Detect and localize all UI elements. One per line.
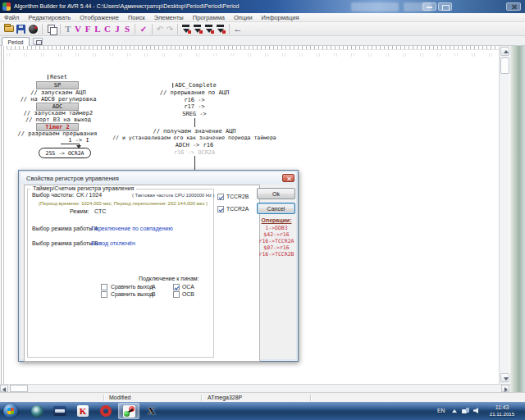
program-chip-button-3[interactable] bbox=[204, 24, 214, 34]
dialog-titlebar[interactable]: Свойства регистров управления bbox=[21, 172, 296, 185]
flow-label-adc-complete[interactable]: ADC_Complete bbox=[172, 82, 217, 89]
compile-button[interactable] bbox=[27, 23, 39, 35]
kaspersky-icon: K bbox=[77, 405, 89, 417]
cancel-button[interactable]: Cancel bbox=[257, 203, 295, 214]
close-button[interactable] bbox=[506, 2, 521, 11]
flow-op-push-r16[interactable]: r16 -> bbox=[184, 97, 204, 103]
taskbar-clock[interactable]: 11:43 21.11.2015 bbox=[482, 404, 522, 418]
insert-jump-button[interactable]: J bbox=[112, 24, 122, 34]
network-tray-icon[interactable] bbox=[462, 408, 469, 413]
copy-icon bbox=[48, 25, 56, 34]
taskbar-item-kaspersky[interactable]: K bbox=[72, 403, 94, 419]
scroll-up-button[interactable] bbox=[500, 47, 509, 56]
vertical-scrollbar[interactable] bbox=[499, 46, 509, 384]
save-button[interactable] bbox=[15, 23, 27, 35]
toolbar-separator bbox=[152, 24, 153, 34]
speaker-tray-icon[interactable] bbox=[473, 408, 478, 413]
mode-a-value[interactable]: Переключение по совпадению bbox=[91, 226, 173, 231]
flow-connector bbox=[194, 118, 195, 127]
taskbar-item-opera[interactable] bbox=[95, 403, 116, 419]
flow-loop-box-ocr2a[interactable]: 255 -> OCR2A bbox=[39, 148, 91, 158]
undo-button[interactable]: ↶ bbox=[155, 25, 165, 34]
insert-setter-button[interactable]: S bbox=[122, 24, 132, 34]
menu-edit[interactable]: Редактировать bbox=[28, 14, 71, 21]
tccr2b-checkbox[interactable] bbox=[217, 194, 224, 200]
menu-elements[interactable]: Элементы bbox=[154, 14, 184, 21]
flow-comment[interactable]: // и устанавливаем его как значение пери… bbox=[112, 135, 276, 141]
mode-value[interactable]: CTC bbox=[94, 208, 106, 214]
operation-item: $07->r16 bbox=[252, 244, 301, 251]
menu-view[interactable]: Отображение bbox=[80, 14, 119, 21]
menu-bar: Файл Редактировать Отображение Поиск Эле… bbox=[0, 13, 525, 22]
verify-button[interactable]: ✓ bbox=[138, 25, 149, 34]
back-arrow-button[interactable]: ← bbox=[232, 24, 244, 34]
insert-label-button[interactable]: L bbox=[93, 24, 103, 34]
taskbar-item-explorer[interactable] bbox=[49, 403, 71, 419]
program-chip-button-4[interactable] bbox=[216, 24, 226, 34]
flow-comment[interactable]: // разрешаем прерывания bbox=[18, 130, 98, 137]
status-separator bbox=[201, 395, 202, 401]
open-file-button[interactable] bbox=[2, 23, 15, 35]
down-arrow-icon bbox=[504, 377, 509, 381]
compare-output-a-checkbox[interactable] bbox=[101, 284, 107, 290]
oca-checkbox[interactable] bbox=[173, 284, 180, 290]
flow-comment[interactable]: // прерывание по АЦП bbox=[160, 89, 229, 96]
flow-comment[interactable]: // запускаем таймер2 bbox=[24, 110, 93, 116]
start-button[interactable] bbox=[3, 404, 18, 418]
compile-icon bbox=[29, 25, 38, 34]
taskbar-item-x-app[interactable]: X bbox=[141, 403, 162, 419]
program-chip-button-2[interactable] bbox=[193, 24, 203, 34]
taskbar-item-browser[interactable] bbox=[26, 403, 48, 419]
vertical-scroll-thumb[interactable] bbox=[500, 57, 509, 74]
menu-file[interactable]: Файл bbox=[4, 14, 19, 21]
right-arrow-icon bbox=[504, 387, 508, 392]
menu-program[interactable]: Программа bbox=[193, 14, 225, 21]
window-title: Algorithm Builder for AVR 5.44 - C:\User… bbox=[14, 0, 239, 13]
tab-period[interactable]: Period bbox=[2, 37, 30, 46]
minimize-button[interactable] bbox=[422, 2, 436, 11]
flow-op-set-i[interactable]: 1 -> I bbox=[68, 137, 89, 144]
horizontal-scroll-thumb[interactable] bbox=[10, 385, 28, 392]
insert-vertex-button[interactable]: V bbox=[73, 24, 83, 34]
frequency-value[interactable]: CK / 1024 bbox=[76, 192, 102, 198]
insert-field-button[interactable]: F bbox=[83, 24, 93, 34]
tab-list-button[interactable] bbox=[33, 38, 43, 45]
program-chip-button-1[interactable] bbox=[181, 24, 191, 34]
flow-op-ocr2a-selected[interactable]: r16 -> OCR2A bbox=[174, 149, 216, 156]
scroll-left-button[interactable] bbox=[0, 385, 8, 392]
insert-condition-button[interactable]: C bbox=[103, 24, 112, 34]
tccr2a-checkbox[interactable] bbox=[217, 206, 224, 212]
red-marker-icon bbox=[199, 30, 203, 34]
flow-comment[interactable]: // порт B3 на выход bbox=[25, 116, 91, 123]
flow-box-sp[interactable]: SP bbox=[36, 81, 79, 89]
mode-label: Режим: bbox=[70, 208, 89, 214]
flow-op-push-r17[interactable]: r17 -> bbox=[184, 103, 204, 110]
horizontal-scrollbar[interactable] bbox=[0, 384, 510, 392]
scroll-right-button[interactable] bbox=[501, 385, 509, 392]
redo-button[interactable]: ↷ bbox=[165, 25, 175, 34]
compare-output-b-checkbox[interactable] bbox=[101, 291, 107, 298]
flow-op-adch[interactable]: ADCH -> r16 bbox=[176, 142, 213, 148]
flow-comment[interactable]: // на ADC0 регулировка bbox=[21, 96, 97, 103]
scroll-down-button[interactable] bbox=[500, 373, 509, 382]
dialog-close-icon[interactable] bbox=[282, 174, 294, 182]
language-indicator[interactable]: EN bbox=[437, 408, 445, 413]
menu-search[interactable]: Поиск bbox=[128, 14, 145, 21]
operation-item: 1->DDB3 bbox=[252, 225, 301, 231]
ocb-checkbox[interactable] bbox=[173, 291, 180, 298]
flow-comment[interactable]: // получаем значение АЦП bbox=[153, 128, 235, 135]
taskbar-item-algorithm-builder[interactable] bbox=[118, 403, 139, 419]
maximize-button[interactable] bbox=[438, 2, 452, 11]
insert-text-button[interactable]: T bbox=[63, 24, 73, 34]
mode-b-value[interactable]: Вывод отключён bbox=[91, 240, 135, 246]
flow-label-reset[interactable]: Reset bbox=[48, 74, 67, 80]
menu-options[interactable]: Опции bbox=[234, 14, 253, 21]
ok-button[interactable]: Ok bbox=[257, 188, 295, 199]
menu-info[interactable]: Информация bbox=[262, 14, 299, 21]
flow-op-push-sreg[interactable]: SREG -> bbox=[182, 111, 207, 117]
operations-header: Операции: bbox=[257, 217, 296, 223]
tray-expand-icon[interactable] bbox=[452, 409, 457, 413]
horizontal-ruler bbox=[7, 46, 499, 50]
copy-block-button[interactable] bbox=[45, 23, 57, 35]
flow-comment[interactable]: // запускаем АЦП bbox=[30, 89, 85, 96]
